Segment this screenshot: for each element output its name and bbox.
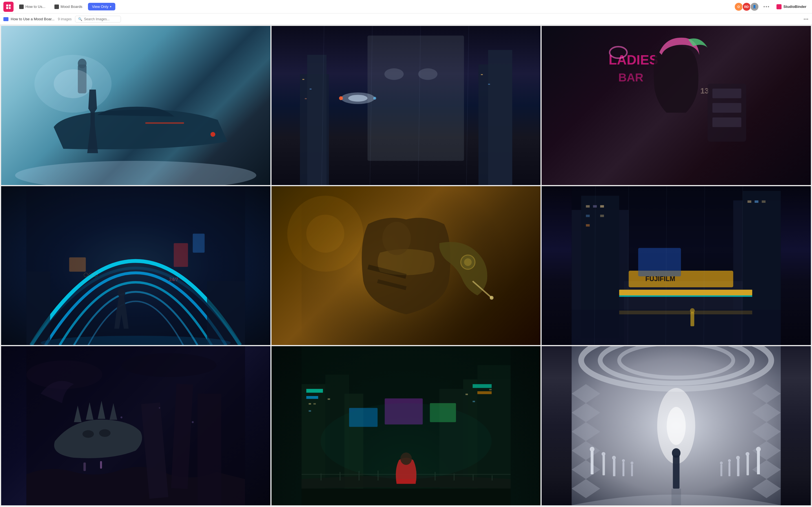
- svg-rect-113: [349, 408, 377, 427]
- svg-rect-125: [340, 472, 340, 481]
- svg-rect-160: [728, 462, 730, 476]
- image-grid: LADIES BAR 13: [0, 25, 812, 506]
- tab-how-to[interactable]: How to Us...: [16, 3, 49, 11]
- svg-rect-8: [146, 122, 184, 124]
- svg-rect-22: [488, 83, 490, 84]
- svg-rect-1: [9, 4, 11, 6]
- svg-rect-70: [748, 200, 751, 203]
- city-street-svg: FUJIFILM: [542, 186, 811, 345]
- svg-rect-18: [302, 79, 304, 80]
- svg-rect-62: [586, 205, 590, 207]
- svg-rect-109: [306, 389, 323, 393]
- svg-rect-35: [708, 83, 746, 142]
- svg-line-84: [595, 186, 596, 345]
- svg-point-6: [78, 59, 87, 68]
- svg-rect-112: [477, 391, 492, 394]
- svg-point-141: [619, 346, 733, 378]
- svg-rect-40: [27, 272, 50, 345]
- grid-image-3[interactable]: LADIES BAR 13: [542, 26, 811, 185]
- tab-mood-boards[interactable]: Mood Boards: [51, 3, 86, 11]
- svg-rect-96: [197, 394, 221, 505]
- image-overlay-5: [271, 186, 541, 345]
- avatar-2[interactable]: RD: [742, 2, 751, 11]
- svg-rect-38: [712, 117, 742, 127]
- svg-point-139: [581, 346, 771, 389]
- moodboard-title: How to Use a Mood Boar...: [3, 17, 54, 21]
- svg-point-7: [211, 132, 215, 136]
- svg-rect-37: [712, 103, 742, 113]
- svg-rect-115: [430, 403, 456, 422]
- view-only-button[interactable]: View Only ▾: [88, 3, 115, 10]
- svg-point-142: [657, 388, 695, 464]
- image-overlay-8: [271, 346, 541, 505]
- svg-rect-105: [344, 394, 363, 505]
- svg-rect-59: [572, 186, 781, 281]
- svg-point-159: [736, 456, 740, 460]
- augmented-svg: [271, 186, 541, 345]
- image-overlay-3: LADIES BAR 13: [542, 26, 811, 185]
- grid-image-1[interactable]: [1, 26, 270, 185]
- svg-rect-164: [673, 455, 680, 489]
- grid-image-4[interactable]: 24/7 ◌◌◌: [1, 186, 270, 345]
- moodboard-icon: [3, 17, 8, 21]
- svg-line-55: [368, 267, 406, 276]
- more-options-button[interactable]: •••: [761, 2, 772, 11]
- avatar-1[interactable]: O: [734, 2, 743, 11]
- svg-rect-65: [586, 215, 590, 217]
- svg-text:◌◌◌: ◌◌◌: [84, 271, 98, 277]
- grid-image-7[interactable]: [1, 346, 270, 505]
- view-only-label: View Only: [92, 4, 108, 9]
- grid-image-6[interactable]: FUJIFILM: [542, 186, 811, 345]
- svg-rect-36: [712, 89, 742, 98]
- svg-point-147: [602, 452, 605, 456]
- svg-point-137: [320, 403, 492, 480]
- svg-line-30: [466, 26, 469, 185]
- svg-rect-108: [439, 389, 468, 505]
- svg-point-54: [382, 222, 411, 255]
- svg-line-85: [628, 186, 629, 345]
- svg-point-4: [15, 161, 257, 185]
- svg-rect-80: [572, 309, 781, 345]
- svg-rect-61: [581, 195, 619, 338]
- svg-line-27: [322, 26, 324, 185]
- city-svg-2: [271, 26, 541, 185]
- svg-text:24/7: 24/7: [169, 277, 178, 282]
- svg-point-151: [622, 459, 625, 462]
- svg-line-87: [704, 186, 705, 345]
- svg-point-9: [35, 55, 112, 113]
- svg-point-50: [461, 255, 475, 269]
- svg-rect-119: [327, 399, 330, 400]
- brand-label[interactable]: StudioBinder: [774, 3, 809, 10]
- avatar-3[interactable]: 👤: [750, 2, 759, 11]
- svg-point-23: [341, 93, 375, 104]
- svg-rect-81: [619, 311, 752, 314]
- svg-rect-106: [463, 379, 511, 505]
- document-icon: [19, 4, 24, 9]
- search-input[interactable]: [84, 17, 118, 21]
- svg-point-157: [746, 452, 749, 456]
- svg-point-90: [27, 360, 103, 389]
- svg-rect-117: [313, 403, 315, 405]
- svg-text:LADIES: LADIES: [609, 52, 658, 67]
- grid-image-5[interactable]: [271, 186, 541, 345]
- svg-rect-78: [619, 295, 752, 297]
- app-logo[interactable]: [3, 2, 13, 12]
- grid-image-2[interactable]: [271, 26, 541, 185]
- svg-rect-49: [301, 186, 511, 345]
- sub-nav-more-button[interactable]: •••: [804, 17, 809, 21]
- search-box[interactable]: 🔍: [75, 16, 121, 22]
- svg-text:FUJIFILM: FUJIFILM: [645, 275, 675, 283]
- image-overlay-1: [1, 26, 270, 185]
- svg-point-143: [667, 407, 686, 445]
- svg-text:BAR: BAR: [618, 71, 644, 84]
- svg-rect-128: [396, 471, 397, 481]
- svg-point-43: [117, 289, 125, 297]
- svg-point-155: [756, 447, 761, 452]
- svg-rect-21: [481, 74, 483, 75]
- svg-rect-130: [435, 472, 435, 481]
- grid-image-8[interactable]: [271, 346, 541, 505]
- avatar-1-initials: O: [737, 5, 740, 8]
- svg-rect-0: [6, 4, 8, 6]
- grid-image-9[interactable]: [542, 346, 811, 505]
- svg-rect-107: [477, 365, 511, 505]
